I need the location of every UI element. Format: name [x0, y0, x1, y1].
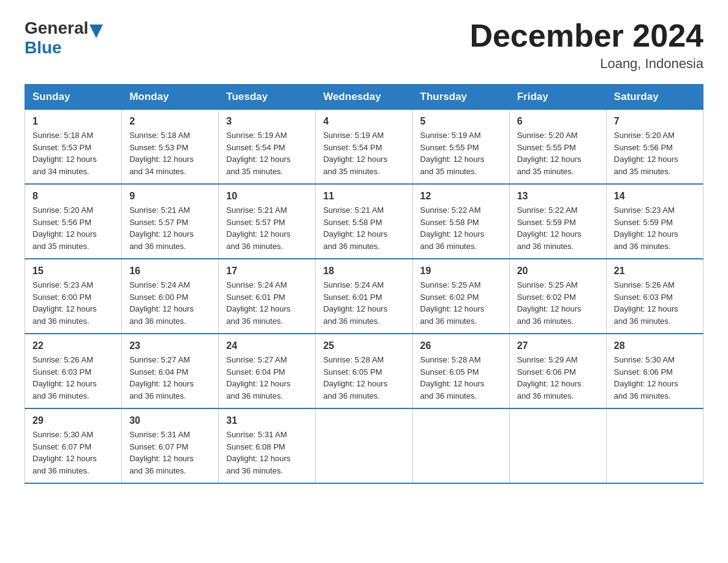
day-info: Sunrise: 5:25 AM Sunset: 6:02 PM Dayligh… — [517, 279, 599, 327]
day-cell: 8Sunrise: 5:20 AM Sunset: 5:56 PM Daylig… — [25, 184, 122, 259]
day-cell: 21Sunrise: 5:26 AM Sunset: 6:03 PM Dayli… — [606, 259, 703, 334]
day-info: Sunrise: 5:26 AM Sunset: 6:03 PM Dayligh… — [32, 354, 114, 402]
day-cell: 3Sunrise: 5:19 AM Sunset: 5:54 PM Daylig… — [219, 110, 316, 185]
day-cell — [606, 408, 703, 483]
day-cell: 18Sunrise: 5:24 AM Sunset: 6:01 PM Dayli… — [316, 259, 412, 334]
day-number: 19 — [420, 266, 502, 277]
header-cell-tuesday: Tuesday — [219, 85, 316, 110]
day-info: Sunrise: 5:19 AM Sunset: 5:54 PM Dayligh… — [323, 129, 404, 177]
day-number: 11 — [323, 191, 404, 202]
week-row-2: 8Sunrise: 5:20 AM Sunset: 5:56 PM Daylig… — [25, 184, 703, 259]
day-info: Sunrise: 5:29 AM Sunset: 6:06 PM Dayligh… — [517, 354, 599, 402]
header-cell-saturday: Saturday — [606, 85, 703, 110]
day-cell: 31Sunrise: 5:31 AM Sunset: 6:08 PM Dayli… — [219, 408, 316, 483]
day-cell — [509, 408, 606, 483]
logo-arrow-icon — [89, 25, 103, 38]
calendar-title: December 2024 Loang, Indonesia — [469, 18, 703, 72]
day-cell: 28Sunrise: 5:30 AM Sunset: 6:06 PM Dayli… — [606, 334, 703, 408]
day-cell: 4Sunrise: 5:19 AM Sunset: 5:54 PM Daylig… — [316, 110, 412, 185]
day-cell: 10Sunrise: 5:21 AM Sunset: 5:57 PM Dayli… — [219, 184, 316, 259]
day-number: 10 — [226, 191, 308, 202]
day-info: Sunrise: 5:27 AM Sunset: 6:04 PM Dayligh… — [129, 354, 211, 402]
day-info: Sunrise: 5:20 AM Sunset: 5:55 PM Dayligh… — [517, 129, 599, 177]
header-cell-thursday: Thursday — [412, 85, 509, 110]
day-info: Sunrise: 5:22 AM Sunset: 5:59 PM Dayligh… — [517, 204, 599, 252]
day-number: 22 — [32, 340, 114, 351]
page-header: General Blue December 2024 Loang, Indone… — [25, 18, 703, 72]
day-info: Sunrise: 5:21 AM Sunset: 5:57 PM Dayligh… — [129, 204, 211, 252]
day-cell: 22Sunrise: 5:26 AM Sunset: 6:03 PM Dayli… — [25, 334, 122, 408]
day-number: 4 — [323, 116, 404, 127]
day-number: 12 — [420, 191, 502, 202]
day-number: 18 — [323, 266, 404, 277]
week-row-5: 29Sunrise: 5:30 AM Sunset: 6:07 PM Dayli… — [25, 408, 703, 483]
day-number: 17 — [226, 266, 308, 277]
header-cell-wednesday: Wednesday — [316, 85, 412, 110]
logo-blue: Blue — [25, 38, 62, 57]
day-info: Sunrise: 5:19 AM Sunset: 5:55 PM Dayligh… — [420, 129, 502, 177]
day-info: Sunrise: 5:28 AM Sunset: 6:05 PM Dayligh… — [420, 354, 502, 402]
day-cell: 13Sunrise: 5:22 AM Sunset: 5:59 PM Dayli… — [509, 184, 606, 259]
day-cell: 26Sunrise: 5:28 AM Sunset: 6:05 PM Dayli… — [412, 334, 509, 408]
day-number: 3 — [226, 116, 308, 127]
day-info: Sunrise: 5:21 AM Sunset: 5:57 PM Dayligh… — [226, 204, 308, 252]
day-info: Sunrise: 5:31 AM Sunset: 6:07 PM Dayligh… — [129, 429, 211, 477]
day-info: Sunrise: 5:21 AM Sunset: 5:58 PM Dayligh… — [323, 204, 404, 252]
day-cell: 20Sunrise: 5:25 AM Sunset: 6:02 PM Dayli… — [509, 259, 606, 334]
day-number: 31 — [226, 415, 308, 426]
day-info: Sunrise: 5:18 AM Sunset: 5:53 PM Dayligh… — [32, 129, 114, 177]
day-cell: 9Sunrise: 5:21 AM Sunset: 5:57 PM Daylig… — [122, 184, 219, 259]
day-info: Sunrise: 5:30 AM Sunset: 6:06 PM Dayligh… — [614, 354, 696, 402]
day-cell: 27Sunrise: 5:29 AM Sunset: 6:06 PM Dayli… — [509, 334, 606, 408]
day-number: 26 — [420, 340, 502, 351]
header-cell-friday: Friday — [509, 85, 606, 110]
location-title: Loang, Indonesia — [469, 56, 703, 72]
calendar-body: 1Sunrise: 5:18 AM Sunset: 5:53 PM Daylig… — [25, 110, 703, 484]
day-number: 24 — [226, 340, 308, 351]
day-cell: 5Sunrise: 5:19 AM Sunset: 5:55 PM Daylig… — [412, 110, 509, 185]
header-cell-sunday: Sunday — [25, 85, 122, 110]
day-number: 6 — [517, 116, 599, 127]
day-number: 1 — [32, 116, 114, 127]
day-info: Sunrise: 5:31 AM Sunset: 6:08 PM Dayligh… — [226, 429, 308, 477]
header-row: SundayMondayTuesdayWednesdayThursdayFrid… — [25, 85, 703, 110]
day-number: 29 — [32, 415, 114, 426]
day-cell: 16Sunrise: 5:24 AM Sunset: 6:00 PM Dayli… — [122, 259, 219, 334]
day-cell: 17Sunrise: 5:24 AM Sunset: 6:01 PM Dayli… — [219, 259, 316, 334]
day-cell: 15Sunrise: 5:23 AM Sunset: 6:00 PM Dayli… — [25, 259, 122, 334]
day-info: Sunrise: 5:25 AM Sunset: 6:02 PM Dayligh… — [420, 279, 502, 327]
calendar-header: SundayMondayTuesdayWednesdayThursdayFrid… — [25, 85, 703, 110]
day-info: Sunrise: 5:20 AM Sunset: 5:56 PM Dayligh… — [614, 129, 696, 177]
day-info: Sunrise: 5:20 AM Sunset: 5:56 PM Dayligh… — [32, 204, 114, 252]
day-cell: 23Sunrise: 5:27 AM Sunset: 6:04 PM Dayli… — [122, 334, 219, 408]
day-info: Sunrise: 5:30 AM Sunset: 6:07 PM Dayligh… — [32, 429, 114, 477]
day-number: 15 — [32, 266, 114, 277]
day-info: Sunrise: 5:28 AM Sunset: 6:05 PM Dayligh… — [323, 354, 404, 402]
day-number: 23 — [129, 340, 211, 351]
week-row-4: 22Sunrise: 5:26 AM Sunset: 6:03 PM Dayli… — [25, 334, 703, 408]
day-info: Sunrise: 5:23 AM Sunset: 5:59 PM Dayligh… — [614, 204, 696, 252]
day-info: Sunrise: 5:24 AM Sunset: 6:01 PM Dayligh… — [226, 279, 308, 327]
day-cell — [412, 408, 509, 483]
day-cell: 6Sunrise: 5:20 AM Sunset: 5:55 PM Daylig… — [509, 110, 606, 185]
day-cell: 14Sunrise: 5:23 AM Sunset: 5:59 PM Dayli… — [606, 184, 703, 259]
day-info: Sunrise: 5:19 AM Sunset: 5:54 PM Dayligh… — [226, 129, 308, 177]
logo-general: General — [25, 18, 88, 38]
day-number: 9 — [129, 191, 211, 202]
day-info: Sunrise: 5:27 AM Sunset: 6:04 PM Dayligh… — [226, 354, 308, 402]
day-cell — [316, 408, 412, 483]
day-number: 8 — [32, 191, 114, 202]
day-info: Sunrise: 5:22 AM Sunset: 5:58 PM Dayligh… — [420, 204, 502, 252]
day-cell: 30Sunrise: 5:31 AM Sunset: 6:07 PM Dayli… — [122, 408, 219, 483]
day-cell: 29Sunrise: 5:30 AM Sunset: 6:07 PM Dayli… — [25, 408, 122, 483]
day-info: Sunrise: 5:26 AM Sunset: 6:03 PM Dayligh… — [614, 279, 696, 327]
month-year-title: December 2024 — [469, 18, 703, 53]
day-number: 5 — [420, 116, 502, 127]
day-number: 27 — [517, 340, 599, 351]
day-number: 13 — [517, 191, 599, 202]
day-number: 21 — [614, 266, 696, 277]
day-number: 30 — [129, 415, 211, 426]
day-number: 28 — [614, 340, 696, 351]
day-info: Sunrise: 5:23 AM Sunset: 6:00 PM Dayligh… — [32, 279, 114, 327]
header-cell-monday: Monday — [122, 85, 219, 110]
